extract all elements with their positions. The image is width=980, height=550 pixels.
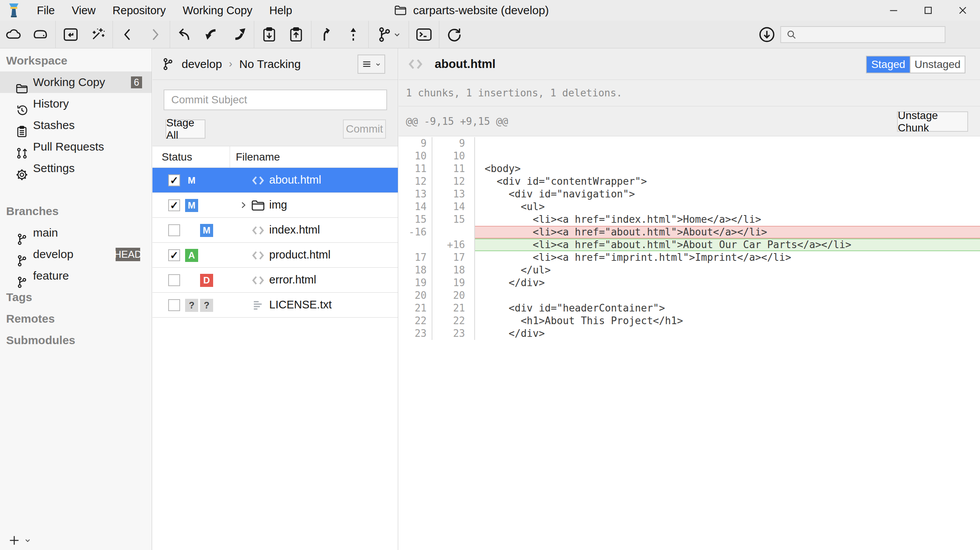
old-line-number: 11 [399,162,432,175]
file-row[interactable]: ? ? LICENSE.txt [152,293,398,318]
branch-item-feature[interactable]: feature [0,265,152,287]
file-name: LICENSE.txt [269,298,332,311]
menu-working-copy[interactable]: Working Copy [174,0,261,21]
tracking-status: No Tracking [239,58,301,71]
search-icon [786,29,797,40]
sidebar-item-history[interactable]: History [0,93,152,114]
working-copy-pane: develop › No Tracking Stage All Commit S… [152,48,398,550]
unstaged-status-badge: M [200,224,213,237]
back-icon[interactable] [114,21,141,48]
new-line-number: +16 [432,239,475,251]
sidebar-item-label: Working Copy [33,76,105,89]
stage-checkbox[interactable]: ✓ [168,174,180,186]
branch-item-main[interactable]: main [0,222,152,244]
sidebar-item-stashes[interactable]: Stashes [0,114,152,136]
branch-item-develop[interactable]: develop HEAD [0,244,152,265]
new-line-number: 10 [432,150,475,162]
rebase-icon[interactable] [340,21,367,48]
old-line-number: 21 [399,302,432,315]
file-row[interactable]: D error.html [152,268,398,293]
tags-header: Tags [0,287,152,308]
diff-code: 9 9 10 10 11 11 <body> 12 12 <div id="co… [399,136,980,340]
old-line-number: -16 [399,226,432,239]
new-line-number: 9 [432,137,475,150]
new-line-number: 13 [432,188,475,200]
branch-menu-icon[interactable] [370,21,407,48]
hamburger-icon [361,59,372,70]
stash-icon[interactable] [256,21,283,48]
sidebar-item-settings[interactable]: Settings [0,157,152,179]
minimize-button[interactable] [876,0,911,21]
file-row[interactable]: ✓ A product.html [152,243,398,268]
menu-view[interactable]: View [63,0,104,21]
hard-drive-icon[interactable] [27,21,54,48]
file-row[interactable]: ✓ M img [152,193,398,218]
file-name: error.html [269,273,316,286]
branch-name: develop [33,248,73,261]
line-text [475,289,980,302]
commit-button[interactable]: Commit [343,119,386,139]
head-badge: HEAD [116,248,140,261]
old-line-number: 22 [399,315,432,327]
new-line-number: 23 [432,327,475,340]
workspace-header: Workspace [0,50,152,71]
stage-checkbox[interactable]: ✓ [168,199,180,211]
staged-unstaged-toggle: Staged Unstaged [866,56,965,73]
folder-icon [394,5,407,16]
line-text [475,137,980,150]
unstaged-status-badge: D [200,274,213,287]
line-text: <div id="headerContainer"> [475,302,980,315]
line-text: <li><a href="imprint.html">Imprint</a></… [475,251,980,264]
menu-file[interactable]: File [28,0,63,21]
push-icon[interactable] [225,21,252,48]
search-input[interactable] [801,27,945,42]
stage-checkbox[interactable] [168,274,180,286]
branch-status: develop › No Tracking [161,56,301,72]
stage-all-button[interactable]: Stage All [166,119,205,139]
old-line-number: 13 [399,188,432,200]
maximize-button[interactable] [911,0,945,21]
add-repository-button[interactable] [8,535,20,546]
fetch-icon[interactable] [172,21,199,48]
old-line-number [399,239,432,251]
file-row[interactable]: ✓ M about.html [152,168,398,193]
search-box[interactable] [780,26,945,43]
branch-options-button[interactable] [358,55,385,74]
branch-icon [161,56,175,72]
stage-checkbox[interactable] [168,224,180,236]
stage-checkbox[interactable] [168,299,180,311]
column-filename[interactable]: Filename [230,146,398,167]
open-repository-icon[interactable] [57,21,84,48]
tab-staged[interactable]: Staged [867,56,910,73]
column-status[interactable]: Status [152,146,230,167]
new-line-number: 12 [432,175,475,188]
updates-icon[interactable] [753,21,780,48]
stage-checkbox[interactable]: ✓ [168,249,180,261]
refresh-icon[interactable] [441,21,468,48]
close-button[interactable] [945,0,980,21]
hunk-header-row: @@ -9,15 +9,15 @@ Unstage Chunk [399,106,980,136]
commit-subject-input[interactable] [164,89,387,110]
diff-line: 12 12 <div id="contentWrapper"> [399,175,980,188]
quick-launch-icon[interactable] [84,21,111,48]
cloud-icon[interactable] [0,21,27,48]
pop-stash-icon[interactable] [283,21,310,48]
terminal-icon[interactable] [411,21,437,48]
sidebar-item-working-copy[interactable]: Working Copy 6 [0,71,152,93]
pull-icon[interactable] [199,21,225,48]
sidebar-item-pull-requests[interactable]: Pull Requests [0,136,152,157]
line-text: </ul> [475,264,980,277]
toolbar [0,21,980,48]
menu-repository[interactable]: Repository [104,0,174,21]
menu-help[interactable]: Help [261,0,301,21]
file-row[interactable]: M index.html [152,218,398,243]
line-text: <li><a href="index.html">Home</a></li> [475,213,980,226]
add-repository-chevron-icon[interactable] [24,537,31,544]
expand-chevron-icon[interactable] [239,201,248,209]
sidebar-item-label: History [33,97,69,110]
fork-app-icon [7,3,21,18]
merge-icon[interactable] [313,21,340,48]
tab-unstaged[interactable]: Unstaged [910,56,965,73]
old-line-number: 9 [399,137,432,150]
unstage-chunk-button[interactable]: Unstage Chunk [897,111,968,132]
